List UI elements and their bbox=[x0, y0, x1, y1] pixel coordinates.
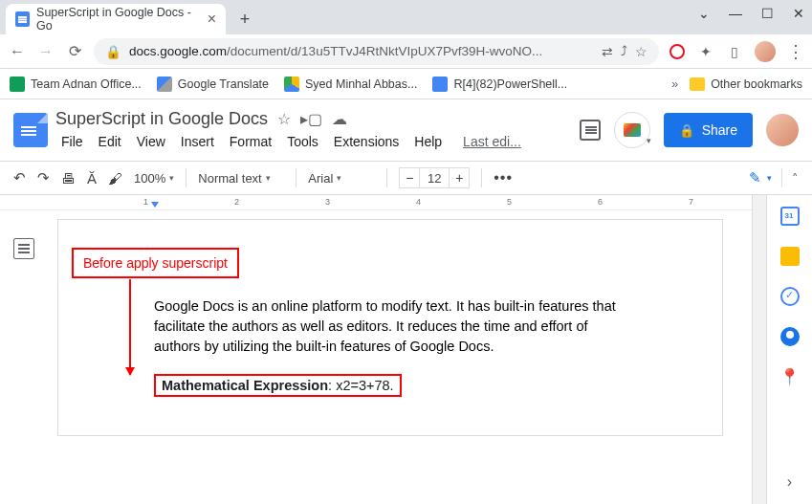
window-controls: ⌄ — ☐ ✕ bbox=[698, 6, 804, 21]
url-text: docs.google.com/document/d/13u5TTvJ4RtNk… bbox=[129, 44, 594, 58]
calendar-icon[interactable] bbox=[780, 207, 800, 226]
tab-title: SuperScript in Google Docs - Go bbox=[36, 6, 201, 33]
spellcheck-icon[interactable]: Ă bbox=[87, 170, 97, 186]
folder-icon bbox=[690, 77, 705, 91]
font-dropdown[interactable]: Arial bbox=[308, 171, 375, 186]
forward-icon: → bbox=[36, 43, 55, 60]
menu-insert[interactable]: Insert bbox=[175, 132, 220, 151]
ruler-mark: 4 bbox=[416, 197, 421, 207]
contacts-icon[interactable] bbox=[780, 327, 800, 346]
ruler[interactable]: 1 2 3 4 5 6 7 bbox=[0, 195, 752, 210]
expression-box[interactable]: Mathematical Expression: x2=3+78. bbox=[154, 374, 402, 397]
star-icon[interactable]: ☆ bbox=[635, 44, 647, 59]
vertical-scrollbar[interactable] bbox=[752, 195, 766, 504]
meet-button[interactable] bbox=[614, 112, 650, 148]
menu-format[interactable]: Format bbox=[224, 132, 277, 151]
extensions-icon[interactable]: ✦ bbox=[697, 43, 714, 60]
menu-view[interactable]: View bbox=[131, 132, 171, 151]
close-tab-icon[interactable]: × bbox=[208, 11, 216, 28]
new-tab-button[interactable]: + bbox=[231, 6, 258, 33]
cloud-status-icon[interactable]: ☁ bbox=[332, 110, 347, 128]
tasks-icon[interactable] bbox=[780, 287, 800, 306]
keep-icon[interactable] bbox=[780, 247, 800, 266]
redo-icon[interactable]: ↷ bbox=[37, 169, 50, 186]
document-title[interactable]: SuperScript in Google Docs bbox=[55, 109, 268, 129]
menu-file[interactable]: File bbox=[55, 132, 89, 151]
font-size-control: − 12 + bbox=[399, 167, 470, 188]
address-bar: ← → ⟳ 🔒 docs.google.com/document/d/13u5T… bbox=[0, 34, 812, 69]
ruler-mark: 2 bbox=[234, 197, 239, 207]
maps-icon[interactable] bbox=[779, 367, 800, 387]
menu-help[interactable]: Help bbox=[408, 132, 448, 151]
ruler-mark: 5 bbox=[507, 197, 512, 207]
account-avatar[interactable] bbox=[766, 114, 799, 146]
separator bbox=[296, 168, 296, 187]
opera-extension-icon[interactable] bbox=[669, 43, 686, 60]
other-bookmarks[interactable]: Other bookmarks bbox=[690, 77, 802, 91]
drive-icon bbox=[284, 77, 299, 92]
docs-header: SuperScript in Google Docs ☆ ▸▢ ☁ File E… bbox=[0, 99, 812, 161]
meet-icon bbox=[624, 123, 641, 137]
hide-panel-icon[interactable]: › bbox=[787, 473, 792, 491]
bookmark-powershell[interactable]: R[4](82)PowerShell... bbox=[432, 77, 567, 92]
close-window-icon[interactable]: ✕ bbox=[793, 6, 804, 21]
document-canvas[interactable]: 1 2 3 4 5 6 7 Before apply superscript G… bbox=[0, 195, 752, 504]
paint-format-icon[interactable]: 🖌 bbox=[108, 170, 122, 186]
url-input[interactable]: 🔒 docs.google.com/document/d/13u5TTvJ4Rt… bbox=[94, 38, 659, 65]
side-panel: › bbox=[766, 195, 812, 504]
bookmarks-overflow-icon[interactable]: » bbox=[671, 77, 678, 91]
bookmark-google-translate[interactable]: Google Translate bbox=[157, 77, 269, 92]
menu-extensions[interactable]: Extensions bbox=[328, 132, 405, 151]
browser-menu-icon[interactable]: ⋮ bbox=[787, 41, 804, 62]
ruler-mark: 3 bbox=[325, 197, 330, 207]
separator bbox=[481, 168, 482, 187]
increase-font-button[interactable]: + bbox=[449, 167, 470, 188]
print-icon[interactable]: 🖶 bbox=[61, 170, 76, 186]
lock-icon: 🔒 bbox=[105, 44, 121, 59]
bookmark-team-adnan[interactable]: Team Adnan Office... bbox=[10, 77, 142, 92]
formatting-toolbar: ↶ ↷ 🖶 Ă 🖌 100% Normal text Arial − 12 + … bbox=[0, 161, 812, 195]
star-document-icon[interactable]: ☆ bbox=[277, 110, 291, 128]
expand-icon[interactable]: ˄ bbox=[792, 171, 799, 186]
maximize-icon[interactable]: ☐ bbox=[761, 6, 774, 21]
style-dropdown[interactable]: Normal text bbox=[198, 171, 284, 186]
reload-icon[interactable]: ⟳ bbox=[65, 42, 84, 60]
back-icon[interactable]: ← bbox=[8, 43, 27, 60]
font-size-value[interactable]: 12 bbox=[420, 167, 449, 188]
menu-bar: File Edit View Insert Format Tools Exten… bbox=[55, 132, 572, 151]
decrease-font-button[interactable]: − bbox=[399, 167, 420, 188]
comments-icon[interactable] bbox=[580, 120, 601, 141]
menu-edit[interactable]: Edit bbox=[93, 132, 127, 151]
ruler-mark: 7 bbox=[689, 197, 693, 207]
undo-icon[interactable]: ↶ bbox=[13, 169, 26, 186]
browser-tab-strip: SuperScript in Google Docs - Go × + ⌄ — … bbox=[0, 0, 812, 34]
bookmarks-bar: Team Adnan Office... Google Translate Sy… bbox=[0, 69, 812, 99]
ruler-mark: 6 bbox=[598, 197, 603, 207]
expression-value: : x2=3+78. bbox=[328, 378, 394, 393]
body-paragraph[interactable]: Google Docs is an online platform to mod… bbox=[154, 296, 626, 357]
profile-avatar[interactable] bbox=[755, 41, 776, 62]
translate-icon[interactable]: ⇄ bbox=[602, 44, 613, 59]
pencil-icon: ✎ bbox=[749, 169, 761, 186]
caret-down-icon[interactable]: ⌄ bbox=[698, 6, 710, 21]
annotation-label: Before apply superscript bbox=[72, 248, 239, 278]
reading-list-icon[interactable]: ▯ bbox=[726, 43, 743, 60]
share-button[interactable]: 🔒Share bbox=[664, 113, 753, 147]
show-outline-icon[interactable] bbox=[13, 238, 34, 259]
ruler-mark: 1 bbox=[143, 197, 148, 207]
separator bbox=[186, 168, 187, 187]
share-url-icon[interactable]: ⤴ bbox=[621, 44, 627, 58]
move-document-icon[interactable]: ▸▢ bbox=[300, 110, 322, 128]
indent-marker-icon[interactable] bbox=[151, 202, 159, 208]
zoom-dropdown[interactable]: 100% bbox=[134, 171, 174, 186]
menu-tools[interactable]: Tools bbox=[281, 132, 324, 151]
minimize-icon[interactable]: — bbox=[729, 6, 742, 21]
separator bbox=[386, 168, 387, 187]
expression-label: Mathematical Expression bbox=[162, 378, 328, 393]
editing-mode-dropdown[interactable]: ✎▾ bbox=[749, 169, 772, 186]
bookmark-syed-minhal[interactable]: Syed Minhal Abbas... bbox=[284, 77, 417, 92]
docs-logo[interactable] bbox=[13, 113, 48, 147]
last-edit-link[interactable]: Last edi... bbox=[457, 132, 527, 151]
more-tools-icon[interactable]: ••• bbox=[494, 169, 513, 186]
browser-tab[interactable]: SuperScript in Google Docs - Go × bbox=[6, 4, 226, 34]
